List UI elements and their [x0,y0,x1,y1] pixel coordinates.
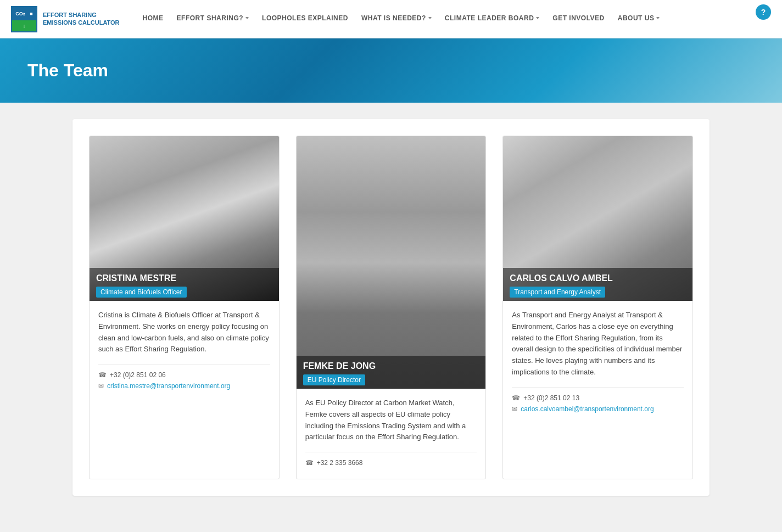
nav-link-home[interactable]: HOME [136,0,170,38]
cristina-phone-item: ☎ +32 (0)2 851 02 06 [98,371,270,379]
nav-link-loopholes[interactable]: LOOPHOLES EXPLAINED [255,0,355,38]
page-title: The Team [27,60,108,81]
cristina-email-item: ✉ cristina.mestre@transportenvironment.o… [98,382,270,390]
carlos-description: As Transport and Energy Analyst at Trans… [512,310,684,378]
cristina-role: Climate and Biofuels Officer [96,287,187,298]
cristina-description: Cristina is Climate & Biofuels Officer a… [98,310,270,355]
cristina-name-overlay: CRISTINA MESTRE Climate and Biofuels Off… [90,268,279,301]
nav-item-climate-leader[interactable]: CLIMATE LEADER BOARD [438,0,546,38]
brand-logo-link[interactable]: CO₂ ■ ↓ EFFORT SHARING EMISSIONS CALCULA… [11,6,120,32]
cristina-photo: CRISTINA MESTRE Climate and Biofuels Off… [90,136,279,301]
phone-icon: ☎ [98,371,107,379]
nav-link-about-us[interactable]: ABOUT US [611,0,667,38]
nav-item-loopholes[interactable]: LOOPHOLES EXPLAINED [255,0,355,38]
phone-icon: ☎ [305,459,314,467]
nav-menu: HOME EFFORT SHARING? LOOPHOLES EXPLAINED… [136,0,667,38]
femke-phone-item: ☎ +32 2 335 3668 [305,459,477,467]
femke-contact: ☎ +32 2 335 3668 [305,452,477,467]
cristina-body: Cristina is Climate & Biofuels Officer a… [90,301,279,402]
team-grid: CRISTINA MESTRE Climate and Biofuels Off… [89,136,693,479]
nav-item-what-needed[interactable]: WHAT IS NEEDED? [355,0,438,38]
femke-body: As EU Policy Director at Carbon Market W… [297,389,486,479]
brand-logo-image: CO₂ ■ ↓ [11,6,37,32]
cristina-email-link[interactable]: cristina.mestre@transportenvironment.org [107,382,230,390]
chevron-down-icon [428,17,432,19]
carlos-name: CARLOS CALVO AMBEL [510,273,686,283]
nav-item-home[interactable]: HOME [136,0,170,38]
main-content: CRISTINA MESTRE Climate and Biofuels Off… [62,103,720,512]
chevron-down-icon [245,17,249,19]
team-card-femke: FEMKE DE JONG EU Policy Director As EU P… [296,136,487,479]
nav-link-climate-leader[interactable]: CLIMATE LEADER BOARD [438,0,546,38]
carlos-phone: +32 (0)2 851 02 13 [523,394,579,402]
nav-link-what-needed[interactable]: WHAT IS NEEDED? [355,0,438,38]
brand-text: EFFORT SHARING EMISSIONS CALCULATOR [43,12,120,26]
cristina-contact: ☎ +32 (0)2 851 02 06 ✉ cristina.mestre@t… [98,364,270,390]
help-button[interactable]: ? [756,4,771,20]
carlos-email-item: ✉ carlos.calvoambel@transportenvironment… [512,405,684,413]
femke-name-overlay: FEMKE DE JONG EU Policy Director [297,356,486,389]
team-card-cristina: CRISTINA MESTRE Climate and Biofuels Off… [89,136,280,479]
chevron-down-icon [536,17,539,19]
phone-icon: ☎ [512,394,520,402]
team-card-carlos: CARLOS CALVO AMBEL Transport and Energy … [502,136,693,479]
carlos-contact: ☎ +32 (0)2 851 02 13 ✉ carlos.calvoambel… [512,387,684,413]
navbar: CO₂ ■ ↓ EFFORT SHARING EMISSIONS CALCULA… [0,0,782,38]
nav-link-get-involved[interactable]: GET INVOLVED [546,0,611,38]
femke-name: FEMKE DE JONG [303,361,479,371]
carlos-photo: CARLOS CALVO AMBEL Transport and Energy … [503,136,692,301]
carlos-body: As Transport and Energy Analyst at Trans… [503,301,692,425]
carlos-phone-item: ☎ +32 (0)2 851 02 13 [512,394,684,402]
chevron-down-icon [656,17,660,19]
femke-phone: +32 2 335 3668 [317,459,363,467]
team-container: CRISTINA MESTRE Climate and Biofuels Off… [72,119,710,496]
cristina-name: CRISTINA MESTRE [96,273,272,283]
hero-banner: The Team [0,38,782,103]
nav-item-effort-sharing[interactable]: EFFORT SHARING? [170,0,256,38]
email-icon: ✉ [512,405,517,413]
femke-photo: FEMKE DE JONG EU Policy Director [297,136,486,389]
email-icon: ✉ [98,382,104,390]
femke-description: As EU Policy Director at Carbon Market W… [305,397,477,443]
nav-item-get-involved[interactable]: GET INVOLVED [546,0,611,38]
cristina-phone: +32 (0)2 851 02 06 [110,371,166,379]
carlos-email-link[interactable]: carlos.calvoambel@transportenvironment.o… [521,405,653,413]
femke-role: EU Policy Director [303,374,365,385]
nav-link-effort-sharing[interactable]: EFFORT SHARING? [170,0,256,38]
carlos-role: Transport and Energy Analyst [510,287,605,298]
nav-item-about-us[interactable]: ABOUT US [611,0,667,38]
carlos-name-overlay: CARLOS CALVO AMBEL Transport and Energy … [503,268,692,301]
